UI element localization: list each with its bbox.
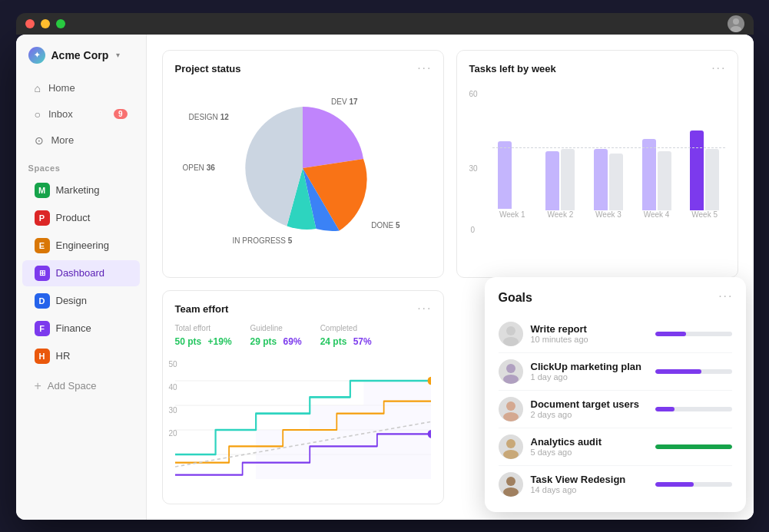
- guideline-pct: 69%: [283, 336, 302, 347]
- goal-info-2: Document target users 2 days ago: [531, 398, 648, 419]
- week3-group: Week 3: [588, 88, 629, 219]
- add-space-label: Add Space: [48, 380, 97, 392]
- dev-label: DEV 17: [331, 97, 357, 106]
- goal-item-1: ClickUp marketing plan 1 day ago: [499, 353, 732, 391]
- week5-label: Week 5: [691, 210, 718, 219]
- hr-label: HR: [56, 350, 71, 362]
- finance-icon: F: [35, 321, 50, 336]
- total-effort-value: 50 pts +19%: [175, 334, 232, 347]
- goal-fill-0: [655, 332, 686, 336]
- completed-label: Completed: [320, 324, 372, 332]
- completed-pct: 57%: [353, 336, 372, 347]
- maximize-button[interactable]: [56, 19, 65, 28]
- week4-label: Week 4: [644, 210, 670, 219]
- goal-avatar-4: [499, 472, 523, 497]
- y-60: 60: [469, 90, 478, 98]
- team-effort-stats: Total effort 50 pts +19% Guideline 29 pt…: [175, 324, 431, 347]
- goal-time-1: 1 day ago: [531, 372, 648, 382]
- team-effort-card: Team effort ··· Total effort 50 pts +19%…: [162, 290, 444, 504]
- inbox-icon: ○: [35, 108, 41, 121]
- design-label: Design: [56, 295, 87, 306]
- goal-progress-2: [655, 407, 732, 411]
- minimize-button[interactable]: [41, 19, 50, 28]
- guideline-label: Guideline: [250, 324, 302, 332]
- svg-point-16: [503, 450, 519, 459]
- nav-inbox[interactable]: ○ Inbox 9: [22, 102, 140, 127]
- company-logo[interactable]: ✦ Acme Corp ▾: [16, 47, 146, 76]
- sidebar-item-engineering[interactable]: E Engineering: [22, 233, 140, 259]
- goal-time-3: 5 days ago: [531, 448, 648, 457]
- week1-group: Week 1: [492, 86, 533, 219]
- team-effort-menu[interactable]: ···: [417, 302, 432, 316]
- svg-point-0: [733, 18, 739, 25]
- product-icon: P: [35, 210, 50, 226]
- goal-info-4: Task View Redesign 14 days ago: [531, 474, 648, 494]
- dashboard-icon: ⊞: [35, 266, 50, 281]
- design-label: DESIGN 12: [189, 113, 229, 121]
- week5-bar-dark: [690, 131, 704, 210]
- line-y-30: 30: [169, 406, 177, 415]
- tasks-week-menu[interactable]: ···: [711, 61, 726, 75]
- goal-progress-1: [655, 369, 732, 374]
- goal-item-2: Document target users 2 days ago: [499, 391, 732, 428]
- pie-chart: DEV 17 DESIGN 12 OPEN 36 DONE 5 IN PROGR…: [175, 84, 431, 253]
- goals-menu[interactable]: ···: [718, 289, 733, 303]
- goal-info-1: ClickUp marketing plan 1 day ago: [531, 361, 648, 382]
- svg-point-14: [503, 412, 519, 421]
- sidebar-item-marketing[interactable]: M Marketing: [22, 177, 140, 203]
- dashed-guideline: [492, 147, 725, 148]
- goal-fill-2: [655, 407, 675, 411]
- svg-point-17: [506, 477, 515, 486]
- nav-inbox-label: Inbox: [48, 108, 73, 120]
- completed-value: 24 pts 57%: [320, 334, 372, 347]
- nav-home[interactable]: ⌂ Home: [22, 76, 140, 101]
- avatar[interactable]: [728, 15, 744, 32]
- goal-name-3: Analytics audit: [531, 436, 648, 448]
- line-y-20: 20: [169, 429, 177, 438]
- sidebar-item-finance[interactable]: F Finance: [22, 316, 140, 342]
- hr-icon: H: [35, 349, 50, 364]
- week1-bar-purple: [498, 141, 512, 209]
- tasks-week-title: Tasks left by week: [469, 63, 725, 74]
- project-status-menu[interactable]: ···: [417, 61, 432, 75]
- week4-bar-purple: [642, 139, 656, 210]
- week3-bar-gray: [609, 154, 623, 210]
- week5-bar-gray: [705, 149, 719, 210]
- week5-group: Week 5: [684, 88, 725, 219]
- bottom-right-area: Goals ··· Write report 10 minutes ago: [456, 290, 738, 504]
- goal-name-0: Write report: [531, 323, 648, 335]
- title-bar: [16, 13, 754, 35]
- line-y-40: 40: [169, 383, 177, 392]
- sidebar-item-hr[interactable]: H HR: [22, 343, 140, 369]
- marketing-icon: M: [35, 183, 50, 198]
- goals-panel: Goals ··· Write report 10 minutes ago: [485, 277, 746, 512]
- guideline-stat: Guideline 29 pts 69%: [250, 324, 302, 347]
- nav-home-label: Home: [48, 82, 75, 94]
- svg-point-1: [731, 26, 741, 32]
- tasks-by-week-card: Tasks left by week ··· 60 30 0: [456, 50, 738, 278]
- goal-item-0: Write report 10 minutes ago: [499, 316, 732, 353]
- close-button[interactable]: [25, 19, 35, 28]
- engineering-label: Engineering: [56, 240, 109, 251]
- week4-bar-gray: [658, 151, 671, 210]
- sidebar-item-dashboard[interactable]: ⊞ Dashboard: [22, 260, 140, 286]
- design-icon: D: [35, 293, 50, 309]
- guideline-value: 29 pts 69%: [250, 334, 302, 347]
- sidebar-item-product[interactable]: P Product: [22, 205, 140, 231]
- goal-avatar-1: [499, 359, 523, 384]
- add-space-button[interactable]: + Add Space: [22, 374, 140, 398]
- sidebar-item-design[interactable]: D Design: [22, 288, 140, 314]
- sidebar: ✦ Acme Corp ▾ ⌂ Home ○ Inbox 9 ⊙ More Sp…: [16, 35, 147, 520]
- project-status-title: Project status: [175, 63, 431, 74]
- goal-info-0: Write report 10 minutes ago: [531, 323, 648, 344]
- nav-more[interactable]: ⊙ More: [22, 128, 140, 153]
- inbox-badge: 9: [114, 109, 128, 119]
- goal-avatar-3: [499, 435, 523, 459]
- week2-label: Week 2: [548, 210, 574, 219]
- chevron-down-icon: ▾: [116, 51, 120, 59]
- week3-bar-purple: [594, 149, 608, 210]
- main-content: Project status ···: [147, 35, 754, 520]
- marketing-label: Marketing: [56, 184, 100, 196]
- week2-group: Week 2: [540, 88, 581, 219]
- bar-chart: 60 30 0: [469, 84, 725, 253]
